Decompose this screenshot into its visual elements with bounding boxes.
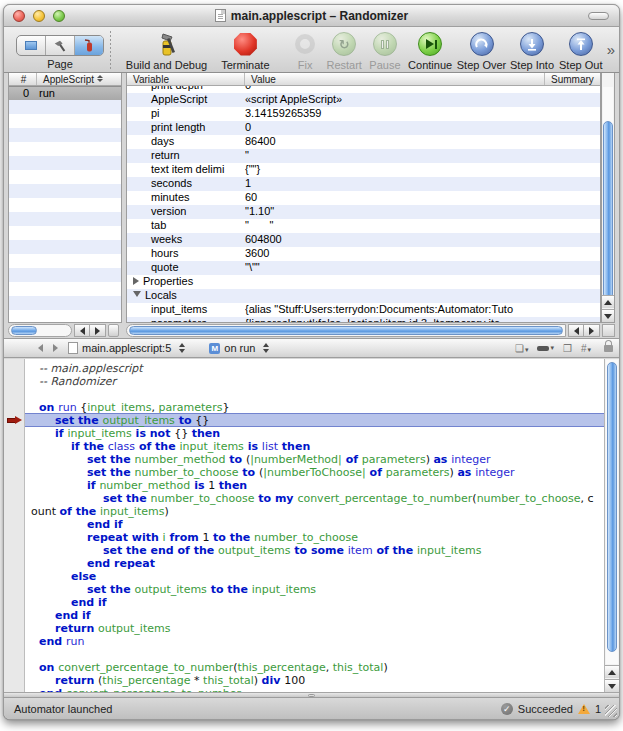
scroll-down-button[interactable]	[605, 679, 619, 692]
program-counter-arrow-icon[interactable]	[7, 416, 22, 425]
variable-row[interactable]: return"	[127, 149, 600, 163]
step-into-button[interactable]: Step Into	[507, 27, 557, 71]
variable-row[interactable]: input_items{alias "Stuff:Users:terrydon:…	[127, 303, 600, 317]
variable-column-header[interactable]: Variable	[127, 73, 245, 85]
code-line[interactable]: set the number_to_choose to my convert_p…	[25, 492, 604, 505]
scroll-left-button[interactable]	[568, 324, 584, 337]
toolbar-overflow-chevron[interactable]: »	[605, 27, 619, 58]
scroll-left-button[interactable]	[74, 324, 90, 337]
segment-debug[interactable]	[75, 36, 103, 55]
variable-row[interactable]: print depth0	[127, 86, 600, 93]
stack-name-column-header[interactable]: AppleScript	[37, 73, 121, 85]
warning-count[interactable]: 1	[595, 703, 601, 715]
title-bar[interactable]: main.applescript – Randomizer	[4, 5, 619, 27]
scrollbar-thumb[interactable]	[603, 121, 613, 299]
variables-horizontal-scrollbar[interactable]	[126, 324, 615, 337]
pane-split-button[interactable]	[108, 324, 119, 337]
code-line[interactable]: -- main.applescript	[25, 362, 604, 375]
source-editor[interactable]: -- main.applescript-- Randomizer on run …	[4, 359, 619, 692]
variable-row[interactable]: parameters{|ignoresInput|:false, |action…	[127, 317, 600, 322]
code-line[interactable]: end if	[25, 596, 604, 609]
scrollbar-thumb[interactable]	[11, 326, 37, 335]
scroll-down-button[interactable]	[602, 309, 614, 322]
variable-row[interactable]: version"1.10"	[127, 205, 600, 219]
variable-row[interactable]: AppleScript«script AppleScript»	[127, 93, 600, 107]
disclosure-triangle-icon[interactable]	[133, 277, 139, 285]
variables-vertical-scrollbar[interactable]	[601, 73, 615, 323]
scroll-right-button[interactable]	[90, 324, 106, 337]
variable-row[interactable]: print length0	[127, 121, 600, 135]
variable-row[interactable]: days86400	[127, 135, 600, 149]
code-line[interactable]	[25, 648, 604, 661]
minimize-button[interactable]	[33, 10, 45, 22]
code-line[interactable]: else	[25, 570, 604, 583]
file-popup[interactable]: main.applescript:5	[82, 342, 171, 354]
code-line[interactable]: set the end of the output_items to some …	[25, 544, 604, 557]
variable-row[interactable]: minutes60	[127, 191, 600, 205]
variable-row[interactable]: weeks604800	[127, 233, 600, 247]
bookmark-menu-icon[interactable]: ❏▾	[515, 342, 528, 354]
step-out-button[interactable]: Step Out	[557, 27, 605, 71]
code-line[interactable]: if number_method is 1 then	[25, 479, 604, 492]
segment-editor[interactable]	[17, 36, 46, 55]
code-line[interactable]: set the number_to_choose to (|numberToCh…	[25, 466, 604, 479]
code-line[interactable]: if input_items is not {} then	[25, 427, 604, 440]
document-proxy-icon[interactable]	[215, 9, 226, 22]
code-line[interactable]: on convert_percentage_to_number(this_per…	[25, 661, 604, 674]
terminate-button[interactable]: Terminate	[216, 27, 274, 71]
code-line[interactable]: set the output_items to the input_items	[25, 583, 604, 596]
code-line[interactable]: return output_items	[25, 622, 604, 635]
warning-triangle-icon[interactable]	[578, 704, 590, 714]
code-line[interactable]: ount of the input_items)	[25, 505, 604, 518]
code-line[interactable]: end run	[25, 635, 604, 648]
value-column-header[interactable]: Value	[245, 73, 545, 85]
current-execution-line[interactable]: set the output_items to {}	[25, 413, 604, 427]
stack-number-column-header[interactable]: #	[9, 73, 37, 85]
resize-grip[interactable]	[605, 705, 617, 717]
marker-menu-icon[interactable]: ▾	[537, 344, 554, 352]
variable-row[interactable]: Properties	[127, 275, 600, 289]
build-status-label[interactable]: Succeeded	[518, 703, 573, 715]
file-popup-stepper-icon[interactable]	[179, 343, 185, 353]
variable-row[interactable]: Locals	[127, 289, 600, 303]
close-button[interactable]	[13, 10, 25, 22]
scroll-up-button[interactable]	[605, 665, 619, 678]
pause-button[interactable]: Pause	[365, 27, 404, 71]
stack-horizontal-scrollbar[interactable]	[8, 324, 122, 337]
variable-row[interactable]: quote"\""	[127, 261, 600, 275]
code-line[interactable]: repeat with i from 1 to the number_to_ch…	[25, 531, 604, 544]
code-line[interactable]: set the number_method to (|numberMethod|…	[25, 453, 604, 466]
method-popup[interactable]: on run	[224, 342, 255, 354]
variable-row[interactable]: pi3.14159265359	[127, 107, 600, 121]
breakpoints-menu-icon[interactable]: #▾	[581, 342, 591, 354]
forward-arrow-button[interactable]	[53, 344, 58, 352]
counterpart-icon[interactable]: ❐	[563, 343, 572, 354]
build-and-debug-button[interactable]: Build and Debug	[117, 27, 216, 71]
summary-column-header[interactable]: Summary	[545, 73, 600, 85]
editor-vertical-scrollbar[interactable]	[604, 359, 619, 692]
fix-button[interactable]: Fix	[287, 27, 322, 71]
breakpoint-gutter[interactable]	[4, 359, 25, 692]
lock-icon[interactable]	[604, 345, 613, 352]
scroll-up-button[interactable]	[602, 295, 614, 308]
code-line[interactable]: return (this_percentage * this_total) di…	[25, 674, 604, 687]
code-line[interactable]: end repeat	[25, 557, 604, 570]
scrollbar-thumb[interactable]	[129, 326, 563, 335]
code-text-area[interactable]: -- main.applescript-- Randomizer on run …	[25, 359, 604, 692]
variable-row[interactable]: hours3600	[127, 247, 600, 261]
toolbar-toggle-pill[interactable]	[588, 12, 609, 20]
zoom-button[interactable]	[53, 10, 65, 22]
variable-row[interactable]: text item delimi{""}	[127, 163, 600, 177]
disclosure-triangle-icon[interactable]	[133, 291, 141, 297]
code-line[interactable]: if the class of the input_items is list …	[25, 440, 604, 453]
variable-row[interactable]: seconds1	[127, 177, 600, 191]
segment-build[interactable]	[46, 36, 75, 55]
code-line[interactable]: end if	[25, 609, 604, 622]
code-line[interactable]: -- Randomizer	[25, 375, 604, 388]
restart-button[interactable]: ↻ Restart	[323, 27, 366, 71]
scroll-right-button[interactable]	[584, 324, 600, 337]
scrollbar-thumb[interactable]	[607, 362, 617, 652]
code-line[interactable]: end if	[25, 518, 604, 531]
method-popup-stepper-icon[interactable]	[263, 343, 269, 353]
step-over-button[interactable]: Step Over	[456, 27, 507, 71]
